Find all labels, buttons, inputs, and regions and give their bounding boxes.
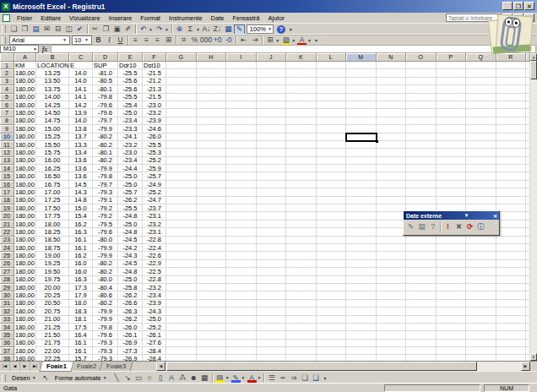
cell[interactable]	[377, 244, 407, 252]
cell[interactable]	[466, 300, 496, 308]
cell[interactable]	[317, 78, 347, 85]
cell[interactable]: -80.2	[93, 133, 118, 141]
cell[interactable]	[466, 237, 496, 244]
cell[interactable]: -21.5	[143, 94, 166, 101]
cell[interactable]	[346, 141, 377, 149]
cell[interactable]: 180,00	[14, 78, 36, 85]
cell[interactable]: -80.1	[93, 149, 118, 156]
save-icon[interactable]: ▤	[30, 24, 41, 35]
cell[interactable]: 180,00	[14, 165, 36, 172]
cell[interactable]	[226, 181, 257, 188]
cell[interactable]	[346, 284, 377, 291]
open-icon[interactable]: ❒	[19, 24, 30, 35]
menu-item-instrumente[interactable]: Instrumente	[165, 14, 207, 23]
format-painter-icon[interactable]: ✐	[122, 24, 133, 35]
cell[interactable]	[377, 125, 407, 133]
cell[interactable]	[496, 324, 527, 331]
cell[interactable]	[197, 181, 227, 188]
cell[interactable]	[496, 133, 527, 141]
cell[interactable]: 180,00	[14, 125, 36, 133]
cell[interactable]: -23.9	[143, 300, 166, 308]
cell[interactable]: -22.6	[143, 252, 166, 259]
cell[interactable]	[166, 347, 197, 355]
toolbar-grip[interactable]	[2, 25, 6, 33]
cell[interactable]	[496, 141, 527, 149]
cell[interactable]	[406, 340, 437, 347]
cell[interactable]	[197, 109, 227, 117]
cell[interactable]: 15.0	[69, 204, 93, 212]
cell[interactable]	[197, 308, 227, 315]
row-header-6[interactable]: 6	[0, 101, 14, 109]
cell[interactable]	[286, 340, 317, 347]
cell[interactable]	[166, 204, 197, 212]
row-header-36[interactable]: 36	[0, 340, 14, 347]
cell[interactable]: KM	[14, 62, 36, 69]
cell[interactable]	[406, 149, 437, 156]
cell[interactable]	[317, 69, 347, 77]
cell[interactable]	[346, 220, 377, 228]
cell[interactable]	[377, 172, 407, 180]
cell[interactable]	[317, 125, 347, 133]
cell[interactable]	[257, 237, 287, 244]
cell[interactable]	[346, 85, 377, 93]
cell[interactable]	[257, 181, 287, 188]
cell[interactable]	[466, 260, 496, 268]
cell[interactable]	[226, 244, 257, 252]
cell[interactable]	[496, 331, 527, 339]
cell[interactable]	[496, 340, 527, 347]
cell[interactable]: -79.9	[93, 308, 118, 315]
clip-art-icon[interactable]: ☻	[188, 373, 199, 383]
row-header-1[interactable]: 1	[0, 62, 14, 69]
cell[interactable]	[496, 291, 527, 299]
query-parameters-icon[interactable]: ?	[427, 221, 438, 231]
cell[interactable]	[166, 157, 197, 165]
cell[interactable]	[226, 197, 257, 204]
cell[interactable]: 21.00	[36, 316, 69, 324]
cell[interactable]	[466, 276, 496, 284]
cell[interactable]	[197, 244, 227, 252]
cell[interactable]	[257, 220, 287, 228]
row-header-22[interactable]: 22	[0, 228, 14, 236]
cell[interactable]	[257, 308, 287, 315]
cell[interactable]	[197, 85, 227, 93]
row-header-30[interactable]: 30	[0, 291, 14, 299]
cell[interactable]: -79.9	[93, 252, 118, 259]
column-header-B[interactable]: B	[36, 53, 69, 62]
cell[interactable]	[197, 260, 227, 268]
cell[interactable]: 13.7	[69, 133, 93, 141]
cell[interactable]	[437, 133, 467, 141]
cell[interactable]	[437, 347, 467, 355]
cell[interactable]	[377, 62, 407, 69]
cell[interactable]: -79.3	[93, 340, 118, 347]
cell[interactable]	[317, 316, 347, 324]
cell[interactable]: -23.7	[143, 204, 166, 212]
cell[interactable]: -79.7	[93, 117, 118, 125]
cell[interactable]: 21.50	[36, 331, 69, 339]
cell[interactable]	[377, 69, 407, 77]
cell[interactable]: 180,00	[14, 244, 36, 252]
cell[interactable]	[406, 125, 437, 133]
cell[interactable]: -24.8	[118, 228, 143, 236]
cell[interactable]	[406, 133, 437, 141]
bold-icon[interactable]: B	[93, 35, 104, 46]
drawing-icon[interactable]: ✎	[234, 24, 245, 35]
cell[interactable]: -79.3	[93, 188, 118, 196]
font-name-select[interactable]: Arial▼	[9, 35, 70, 45]
cell[interactable]: -80.2	[93, 268, 118, 275]
chevron-down-icon[interactable]: ▼	[258, 375, 262, 380]
cell[interactable]	[197, 78, 227, 85]
row-header-19[interactable]: 19	[0, 204, 14, 212]
menu-item-editare[interactable]: Editare	[36, 14, 65, 23]
cell[interactable]	[286, 69, 317, 77]
cell[interactable]: 180,00	[14, 220, 36, 228]
cell[interactable]	[496, 347, 527, 355]
chart-wizard-icon[interactable]: ▦	[223, 24, 234, 35]
cell[interactable]	[406, 284, 437, 291]
cell[interactable]	[437, 300, 467, 308]
cell[interactable]	[226, 252, 257, 259]
cell[interactable]	[377, 291, 407, 299]
cell[interactable]	[377, 133, 407, 141]
cell[interactable]	[166, 244, 197, 252]
cell[interactable]	[226, 268, 257, 275]
cell[interactable]	[377, 204, 407, 212]
